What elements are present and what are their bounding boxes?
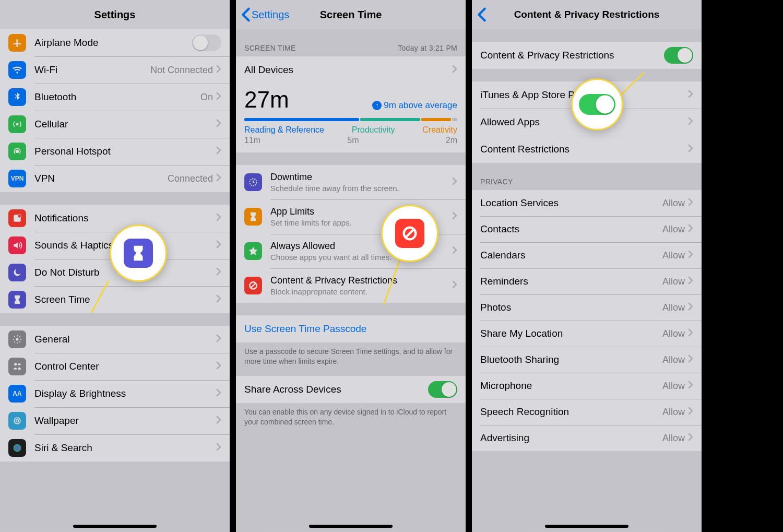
chevron-right-icon (688, 407, 693, 417)
all-devices-row[interactable]: All Devices (236, 56, 466, 84)
row-label: Speech Recognition (480, 406, 662, 418)
row-label: Location Services (480, 197, 662, 209)
row-label: Wi-Fi (34, 64, 150, 76)
settings-row-screen-time[interactable]: Screen Time (0, 286, 230, 313)
privacy-row-speech-recognition[interactable]: Speech RecognitionAllow (472, 399, 702, 425)
svg-rect-6 (18, 363, 21, 365)
chevron-right-icon (216, 361, 221, 372)
settings-row-wi-fi[interactable]: Wi-FiNot Connected (0, 56, 230, 84)
privacy-row-photos[interactable]: PhotosAllow (472, 294, 702, 321)
settings-row-bluetooth[interactable]: BluetoothOn (0, 84, 230, 111)
svg-point-0 (16, 123, 19, 126)
passcode-note: Use a passcode to secure Screen Time set… (236, 342, 466, 376)
trend: ↑ 9m above average (372, 100, 457, 111)
row-label: Notifications (34, 212, 216, 224)
chevron-right-icon (216, 240, 221, 251)
settings-row-notifications[interactable]: Notifications (0, 205, 230, 232)
row-label: Siri & Search (34, 442, 216, 454)
settings-row-siri-search[interactable]: Siri & Search (0, 434, 230, 462)
settings-row-control-center[interactable]: Control Center (0, 353, 230, 380)
wallpaper-icon (8, 412, 26, 430)
bluetooth-icon (8, 88, 26, 106)
section-header: SCREEN TIME Today at 3:21 PM (236, 29, 466, 56)
settings-row-airplane-mode[interactable]: Airplane Mode (0, 29, 230, 56)
row-value: Allow (662, 433, 685, 444)
share-devices-label: Share Across Devices (244, 384, 428, 395)
row-label: General (34, 334, 216, 345)
chevron-right-icon (216, 65, 221, 75)
vpn-icon: VPN (8, 170, 26, 187)
home-indicator[interactable] (545, 525, 628, 528)
row-label: Cellular (34, 119, 216, 130)
category-value: 11m (244, 136, 260, 145)
option-content-privacy-restrictions[interactable]: Content & Privacy RestrictionsBlock inap… (236, 268, 466, 303)
chevron-right-icon (452, 280, 457, 291)
chevron-right-icon (452, 211, 457, 222)
privacy-row-contacts[interactable]: ContactsAllow (472, 216, 702, 242)
screentime-panel: Settings Screen Time SCREEN TIME Today a… (236, 0, 466, 532)
chevron-right-icon (688, 198, 693, 208)
share-devices-toggle[interactable] (428, 381, 457, 398)
row-value: Allow (662, 198, 685, 209)
row-label: Bluetooth Sharing (480, 354, 662, 365)
back-button[interactable]: Settings (241, 7, 289, 22)
privacy-row-microphone[interactable]: MicrophoneAllow (472, 373, 702, 399)
airplane-icon (8, 34, 26, 52)
chevron-right-icon (688, 328, 693, 339)
privacy-row-reminders[interactable]: RemindersAllow (472, 268, 702, 294)
callout-screentime (110, 224, 167, 282)
settings-row-general[interactable]: General (0, 326, 230, 353)
chevron-right-icon (688, 144, 693, 155)
restrictions-panel: Content & Privacy Restrictions Content &… (472, 0, 702, 532)
svg-point-5 (14, 363, 17, 365)
home-indicator[interactable] (73, 525, 157, 528)
header-label: SCREEN TIME (244, 44, 296, 52)
detail-value: Not Connected (150, 65, 213, 76)
option-downtime[interactable]: DowntimeSchedule time away from the scre… (236, 165, 466, 199)
chevron-right-icon (216, 388, 221, 399)
up-arrow-icon: ↑ (372, 101, 382, 110)
chevron-right-icon (688, 250, 693, 261)
category-values: 11m5m2m (244, 136, 457, 145)
settings-row-personal-hotspot[interactable]: Personal Hotspot (0, 138, 230, 165)
sounds-icon (8, 237, 26, 254)
row-label: Airplane Mode (34, 37, 192, 49)
share-devices-row[interactable]: Share Across Devices (236, 376, 466, 403)
main-restrictions-toggle[interactable] (664, 47, 693, 64)
settings-row-wallpaper[interactable]: Wallpaper (0, 407, 230, 434)
total-time: 27m (244, 87, 289, 113)
applimits-icon (244, 208, 262, 226)
use-passcode-row[interactable]: Use Screen Time Passcode (236, 315, 466, 342)
row-label: VPN (34, 173, 168, 184)
home-indicator[interactable] (309, 525, 393, 528)
chevron-right-icon (688, 276, 693, 287)
row-label: Wallpaper (34, 415, 216, 427)
category-label: Productivity (352, 125, 395, 135)
detail-value: On (200, 92, 213, 103)
toggle[interactable] (192, 34, 221, 51)
privacy-row-bluetooth-sharing[interactable]: Bluetooth SharingAllow (472, 347, 702, 373)
option-sub: Schedule time away from the screen. (270, 184, 452, 193)
privacy-row-share-my-location[interactable]: Share My LocationAllow (472, 321, 702, 347)
settings-row-display-brightness[interactable]: AADisplay & Brightness (0, 380, 230, 407)
privacy-row-calendars[interactable]: CalendarsAllow (472, 242, 702, 268)
svg-line-14 (251, 283, 256, 288)
nav-row-content-restrictions[interactable]: Content Restrictions (472, 136, 702, 163)
privacy-row-advertising[interactable]: AdvertisingAllow (472, 425, 702, 451)
settings-row-vpn[interactable]: VPNVPNConnected (0, 165, 230, 192)
back-button[interactable] (477, 7, 487, 22)
settings-panel: Settings Airplane ModeWi-FiNot Connected… (0, 0, 230, 532)
privacy-row-location-services[interactable]: Location ServicesAllow (472, 190, 702, 216)
chevron-right-icon (452, 246, 457, 256)
row-label: Calendars (480, 250, 662, 261)
main-restrictions-row[interactable]: Content & Privacy Restrictions (472, 42, 702, 69)
settings-row-cellular[interactable]: Cellular (0, 111, 230, 138)
categories: Reading & ReferenceProductivityCreativit… (244, 125, 457, 135)
chevron-right-icon (216, 267, 221, 278)
navbar: Settings (0, 0, 230, 29)
svg-point-10 (16, 420, 19, 422)
chevron-right-icon (688, 354, 693, 365)
chevron-right-icon (688, 381, 693, 391)
chevron-right-icon (688, 433, 693, 443)
row-label: Display & Brightness (34, 388, 216, 399)
